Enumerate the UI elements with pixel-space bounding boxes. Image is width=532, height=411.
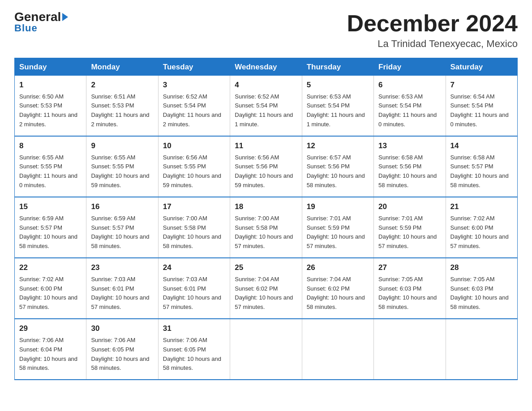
table-row: 6Sunrise: 6:53 AMSunset: 5:54 PMDaylight… (374, 76, 446, 137)
day-number: 12 (307, 140, 369, 152)
day-number: 25 (235, 262, 297, 274)
table-row: 30Sunrise: 7:06 AMSunset: 6:05 PMDayligh… (86, 319, 158, 380)
table-row: 24Sunrise: 7:03 AMSunset: 6:01 PMDayligh… (158, 258, 230, 319)
day-number: 18 (235, 201, 297, 213)
table-row: 13Sunrise: 6:58 AMSunset: 5:56 PMDayligh… (374, 136, 446, 197)
day-info: Sunrise: 6:59 AMSunset: 5:57 PMDaylight:… (91, 215, 149, 250)
table-row (374, 319, 446, 380)
table-row: 3Sunrise: 6:52 AMSunset: 5:54 PMDaylight… (158, 76, 230, 137)
day-info: Sunrise: 7:04 AMSunset: 6:02 PMDaylight:… (235, 276, 293, 311)
day-info: Sunrise: 6:53 AMSunset: 5:54 PMDaylight:… (378, 93, 437, 128)
table-row (230, 319, 302, 380)
header-tuesday: Tuesday (158, 58, 230, 76)
header-wednesday: Wednesday (230, 58, 302, 76)
day-info: Sunrise: 6:58 AMSunset: 5:57 PMDaylight:… (450, 154, 509, 189)
day-info: Sunrise: 7:04 AMSunset: 6:02 PMDaylight:… (307, 276, 365, 311)
day-info: Sunrise: 6:52 AMSunset: 5:54 PMDaylight:… (163, 93, 221, 128)
day-number: 28 (450, 262, 513, 274)
day-info: Sunrise: 7:01 AMSunset: 5:59 PMDaylight:… (378, 215, 437, 250)
day-info: Sunrise: 6:50 AMSunset: 5:53 PMDaylight:… (19, 93, 77, 128)
day-info: Sunrise: 7:03 AMSunset: 6:01 PMDaylight:… (163, 276, 221, 311)
day-info: Sunrise: 7:02 AMSunset: 6:00 PMDaylight:… (450, 215, 509, 250)
weekday-header-row: Sunday Monday Tuesday Wednesday Thursday… (15, 58, 518, 76)
table-row: 28Sunrise: 7:05 AMSunset: 6:03 PMDayligh… (446, 258, 517, 319)
header-friday: Friday (374, 58, 446, 76)
month-title: December 2024 (347, 11, 518, 36)
calendar-week-3: 15Sunrise: 6:59 AMSunset: 5:57 PMDayligh… (15, 197, 518, 258)
logo-blue: Blue (14, 22, 38, 34)
table-row: 26Sunrise: 7:04 AMSunset: 6:02 PMDayligh… (302, 258, 373, 319)
table-row: 11Sunrise: 6:56 AMSunset: 5:56 PMDayligh… (230, 136, 302, 197)
day-info: Sunrise: 7:00 AMSunset: 5:58 PMDaylight:… (235, 215, 293, 250)
header-thursday: Thursday (302, 58, 373, 76)
day-info: Sunrise: 6:55 AMSunset: 5:55 PMDaylight:… (19, 154, 77, 189)
day-number: 27 (378, 262, 441, 274)
day-info: Sunrise: 6:51 AMSunset: 5:53 PMDaylight:… (91, 93, 149, 128)
table-row: 18Sunrise: 7:00 AMSunset: 5:58 PMDayligh… (230, 197, 302, 258)
day-number: 9 (91, 140, 153, 152)
calendar-week-5: 29Sunrise: 7:06 AMSunset: 6:04 PMDayligh… (15, 319, 518, 380)
table-row: 19Sunrise: 7:01 AMSunset: 5:59 PMDayligh… (302, 197, 373, 258)
day-number: 24 (163, 262, 225, 274)
table-row (302, 319, 373, 380)
table-row: 9Sunrise: 6:55 AMSunset: 5:55 PMDaylight… (86, 136, 158, 197)
day-info: Sunrise: 7:01 AMSunset: 5:59 PMDaylight:… (307, 215, 365, 250)
table-row: 8Sunrise: 6:55 AMSunset: 5:55 PMDaylight… (15, 136, 86, 197)
location-subtitle: La Trinidad Tenexyecac, Mexico (347, 38, 518, 50)
table-row: 16Sunrise: 6:59 AMSunset: 5:57 PMDayligh… (86, 197, 158, 258)
logo-text: General (14, 11, 68, 23)
day-number: 14 (450, 140, 513, 152)
day-number: 10 (163, 140, 225, 152)
day-info: Sunrise: 6:55 AMSunset: 5:55 PMDaylight:… (91, 154, 149, 189)
table-row: 15Sunrise: 6:59 AMSunset: 5:57 PMDayligh… (15, 197, 86, 258)
day-number: 8 (19, 140, 82, 152)
calendar-week-2: 8Sunrise: 6:55 AMSunset: 5:55 PMDaylight… (15, 136, 518, 197)
table-row: 25Sunrise: 7:04 AMSunset: 6:02 PMDayligh… (230, 258, 302, 319)
day-number: 11 (235, 140, 297, 152)
calendar-week-1: 1Sunrise: 6:50 AMSunset: 5:53 PMDaylight… (15, 76, 518, 137)
table-row (446, 319, 517, 380)
header-monday: Monday (86, 58, 158, 76)
table-row: 12Sunrise: 6:57 AMSunset: 5:56 PMDayligh… (302, 136, 373, 197)
day-number: 21 (450, 201, 513, 213)
table-row: 20Sunrise: 7:01 AMSunset: 5:59 PMDayligh… (374, 197, 446, 258)
table-row: 5Sunrise: 6:53 AMSunset: 5:54 PMDaylight… (302, 76, 373, 137)
day-number: 19 (307, 201, 369, 213)
table-row: 1Sunrise: 6:50 AMSunset: 5:53 PMDaylight… (15, 76, 86, 137)
day-number: 7 (450, 79, 513, 91)
table-row: 21Sunrise: 7:02 AMSunset: 6:00 PMDayligh… (446, 197, 517, 258)
day-number: 5 (307, 79, 369, 91)
calendar-table: Sunday Monday Tuesday Wednesday Thursday… (14, 58, 518, 380)
day-info: Sunrise: 6:58 AMSunset: 5:56 PMDaylight:… (378, 154, 437, 189)
day-number: 23 (91, 262, 153, 274)
table-row: 10Sunrise: 6:56 AMSunset: 5:55 PMDayligh… (158, 136, 230, 197)
header-sunday: Sunday (15, 58, 86, 76)
day-number: 3 (163, 79, 225, 91)
table-row: 17Sunrise: 7:00 AMSunset: 5:58 PMDayligh… (158, 197, 230, 258)
day-number: 30 (91, 323, 153, 334)
day-number: 17 (163, 201, 225, 213)
day-info: Sunrise: 6:56 AMSunset: 5:56 PMDaylight:… (235, 154, 293, 189)
day-info: Sunrise: 7:00 AMSunset: 5:58 PMDaylight:… (163, 215, 221, 250)
day-number: 29 (19, 323, 82, 334)
logo: General Blue (14, 11, 68, 34)
header-saturday: Saturday (446, 58, 517, 76)
title-area: December 2024 La Trinidad Tenexyecac, Me… (347, 11, 518, 50)
day-info: Sunrise: 6:54 AMSunset: 5:54 PMDaylight:… (450, 93, 509, 128)
table-row: 27Sunrise: 7:05 AMSunset: 6:03 PMDayligh… (374, 258, 446, 319)
table-row: 2Sunrise: 6:51 AMSunset: 5:53 PMDaylight… (86, 76, 158, 137)
day-info: Sunrise: 6:52 AMSunset: 5:54 PMDaylight:… (235, 93, 293, 128)
day-number: 1 (19, 79, 82, 91)
day-info: Sunrise: 7:06 AMSunset: 6:05 PMDaylight:… (163, 337, 221, 372)
table-row: 7Sunrise: 6:54 AMSunset: 5:54 PMDaylight… (446, 76, 517, 137)
logo-triangle-icon (62, 13, 68, 21)
day-number: 20 (378, 201, 441, 213)
day-number: 13 (378, 140, 441, 152)
day-info: Sunrise: 6:56 AMSunset: 5:55 PMDaylight:… (163, 154, 221, 189)
day-info: Sunrise: 7:02 AMSunset: 6:00 PMDaylight:… (19, 276, 77, 311)
day-info: Sunrise: 7:05 AMSunset: 6:03 PMDaylight:… (450, 276, 509, 311)
day-info: Sunrise: 7:05 AMSunset: 6:03 PMDaylight:… (378, 276, 437, 311)
day-info: Sunrise: 7:06 AMSunset: 6:05 PMDaylight:… (91, 337, 149, 372)
day-info: Sunrise: 6:59 AMSunset: 5:57 PMDaylight:… (19, 215, 77, 250)
day-info: Sunrise: 6:57 AMSunset: 5:56 PMDaylight:… (307, 154, 365, 189)
